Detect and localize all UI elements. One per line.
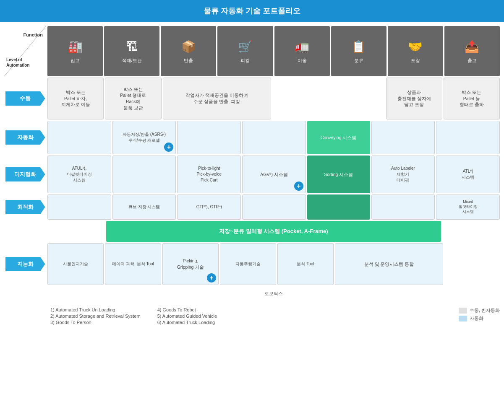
cell-optimal-output: Mixed팔렛타이징시스템 [436,194,500,220]
cell-intel-packing-output: 분석 및 운영시스템 통합 [335,243,443,285]
function-header-row: 🏭 입고 🏗 적재/보관 📦 반출 🛒 피킹 [47,26,500,76]
cell-manual-storage: 박스 또는Pallet 형태로Rack에물품 보관 [105,78,161,119]
legend-manual: 수동, 반자동화 [459,307,500,314]
cell-auto-storage: 자동저장/반출 (ASRS²)수직/수평 캐로젤 + [112,121,176,154]
cell-manual-outbound-picking: 작업자가 적재공간을 이동하며주문 상품을 반출, 피킹 [163,78,272,119]
footnote-2: 2) Automated Storage and Retrieval Syste… [50,314,141,319]
function-output: 📤 출고 [444,26,500,76]
merged-green-bar: 저장~분류 일체형 시스템 (Pocket, A-Frame) [106,221,441,242]
cell-intel-storage: 데이터 과학, 분석 Tool [105,243,161,285]
auto-row: 자동저장/반출 (ASRS²)수직/수평 캐로젤 + Conveying 시스템 [47,121,500,154]
page-header: 물류 자동화 기술 포트폴리오 [0,0,504,22]
cell-robot-empty2 [106,286,163,301]
function-input: 🏭 입고 [47,26,103,76]
cell-manual-empty1 [272,78,328,119]
footnotes-col1: 1) Automated Truck Un Loading 2) Automat… [50,307,141,325]
cell-merged-empty1 [47,221,105,242]
cell-digital-sorting: Sorting 시스템 [307,156,370,193]
function-outbound: 📦 반출 [161,26,216,76]
footnote-5: 5) Automated Guided Vehicle [157,314,217,319]
function-sorting: 📋 분류 [331,26,386,76]
level-optimal: 최적화 [4,194,46,220]
cell-auto-input [47,121,111,154]
cell-digital-storage-empty [112,156,176,193]
function-packing: 🤝 포장 [388,26,443,76]
cell-intel-transfer: 자동주행기술 [220,243,276,285]
legend-manual-box [459,308,467,314]
function-storage: 🏗 적재/보관 [104,26,159,76]
matrix-area: 🏭 입고 🏗 적재/보관 📦 반출 🛒 피킹 [47,26,500,301]
cell-digital-transfer: AGV⁵) 시스템 + [242,156,306,193]
legend-auto-label: 자동화 [470,315,483,321]
cell-digital-input: ATUL¹),디팔렛타이징시스템 [47,156,111,193]
plus-btn-storage[interactable]: + [164,143,173,152]
cell-manual-packing: 상품과충전재를 상자에담고 포장 [386,78,442,119]
cell-digital-outbound: Pick-to-lightPick-by-voicePick Cart [177,156,241,193]
mixed-pallet-label: Mixed팔렛타이징시스템 [459,200,478,214]
footnote-1: 1) Automated Truck Un Loading [50,307,141,312]
legend-manual-label: 수동, 반자동화 [470,307,500,314]
function-picking: 🛒 피킹 [217,26,273,76]
cell-digital-packing: Auto Labeler제함기테이핑 [371,156,435,193]
cell-optimal-transfer [242,194,306,220]
legend-auto-box [459,316,467,321]
cell-intel-input: 사물인지기술 [47,243,104,285]
cell-optimal-sorting [307,194,370,220]
function-label: Function [24,32,43,37]
legend-area: 수동, 반자동화 자동화 [459,307,500,325]
level-intel: 지능화 [4,243,46,285]
cell-optimal-packing [371,194,435,220]
level-axis: Function Level ofAutomation 수동 자동화 디지털화 … [4,26,46,301]
level-manual: 수동 [4,78,46,119]
cell-auto-packing [371,121,435,154]
optimal-row: 큐브 저장 시스템 GTP³), GTR⁴) Mixed팔렛타이징시스템 [47,194,500,220]
function-transfer: 🚛 이송 [274,26,330,76]
footnote-6: 6) Automated Truck Loading [157,320,217,325]
cell-intel-outbound: Picking,Gripping 기술 + [162,243,219,285]
page-wrapper: 물류 자동화 기술 포트폴리오 Function Level ofAutomat… [0,0,504,333]
robotics-row: 로보틱스 [47,286,500,301]
cell-robot-label: 로보틱스 [165,286,383,301]
cell-robot-empty4 [443,286,500,301]
cell-optimal-storage: 큐브 저장 시스템 [112,194,176,220]
cell-robot-empty1 [47,286,104,301]
cell-auto-transfer-conveying: Conveying 시스템 [307,121,370,154]
cell-digital-output: ATL⁶)시스템 [436,156,500,193]
footnote-4: 4) Goods To Robot [157,307,217,312]
legend-auto: 자동화 [459,315,500,321]
manual-row: 박스 또는Pallet 하차,지게차로 이동 박스 또는Pallet 형태로Ra… [47,78,500,119]
footer: 1) Automated Truck Un Loading 2) Automat… [4,307,500,325]
level-digital: 디지털화 [4,156,46,193]
cell-auto-output [436,121,500,154]
intel-row: 사물인지기술 데이터 과학, 분석 Tool Picking,Gripping … [47,243,500,285]
plus-btn-picking[interactable]: + [207,273,216,283]
footnote-3: 3) Goods To Person [50,320,141,325]
cell-manual-input: 박스 또는Pallet 하차,지게차로 이동 [47,78,104,119]
cell-intel-empty [444,243,500,285]
axis-header-cell: Function Level ofAutomation [4,26,46,76]
footnotes-col2: 4) Goods To Robot 5) Automated Guided Ve… [157,307,217,325]
page-title: 물류 자동화 기술 포트폴리오 [204,7,300,15]
level-merged [4,221,46,242]
cell-manual-output: 박스 또는Pallet 등형태로 출하 [444,78,500,119]
cell-intel-sorting: 분석 Tool [277,243,334,285]
main-container: Function Level ofAutomation 수동 자동화 디지털화 … [0,22,504,333]
merged-bar-row: 저장~분류 일체형 시스템 (Pocket, A-Frame) [47,221,500,242]
cell-auto-outbound [177,121,241,154]
cell-robot-empty3 [384,286,441,301]
cell-optimal-outbound: GTP³), GTR⁴) [177,194,241,220]
legend: 수동, 반자동화 자동화 [459,307,500,321]
level-auto: 자동화 [4,121,46,154]
cell-manual-empty2 [329,78,384,119]
cell-merged-empty2 [442,221,500,242]
cell-optimal-input [47,194,111,220]
level-label: Level ofAutomation [6,57,30,68]
plus-btn-agv[interactable]: + [294,181,303,191]
digital-row: ATUL¹),디팔렛타이징시스템 Pick-to-lightPick-by-vo… [47,156,500,193]
cell-auto-picking [242,121,306,154]
